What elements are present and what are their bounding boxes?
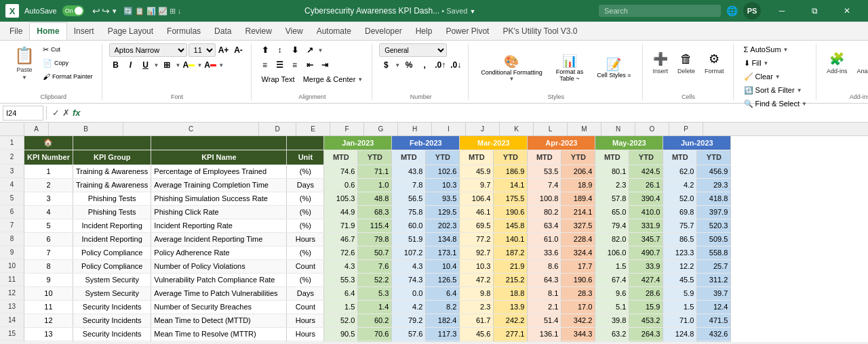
cell-b5[interactable]: Phishing Tests: [73, 192, 151, 205]
cell-e5[interactable]: 105.3: [324, 192, 358, 205]
cell-k13[interactable]: 2.1: [528, 300, 561, 314]
cell-m7[interactable]: 79.4: [595, 219, 629, 232]
cell-m6[interactable]: 65.0: [595, 205, 629, 219]
cell-j3[interactable]: 186.9: [494, 165, 528, 178]
cell-d6[interactable]: (%): [287, 205, 324, 219]
tab-developer[interactable]: Developer: [358, 22, 409, 40]
cell-g15[interactable]: 57.6: [392, 327, 426, 341]
cell-m9[interactable]: 106.0: [595, 246, 629, 259]
underline-btn[interactable]: U: [139, 58, 153, 72]
cell-g13[interactable]: 4.2: [392, 300, 426, 314]
cell-m5[interactable]: 57.8: [595, 192, 629, 205]
cell-p10[interactable]: 25.7: [697, 259, 731, 273]
cell-b11[interactable]: System Security: [73, 273, 151, 286]
italic-btn[interactable]: I: [124, 58, 138, 72]
cell-l16[interactable]: 241.1: [561, 341, 595, 342]
wrap-text-btn[interactable]: Wrap Text: [258, 73, 298, 85]
copy-btn[interactable]: 📄 Copy: [39, 57, 96, 69]
fill-arrow[interactable]: ▼: [764, 60, 769, 66]
cell-h5[interactable]: 93.5: [426, 192, 460, 205]
row-header-5[interactable]: 5: [0, 192, 24, 205]
cell-n13[interactable]: 15.9: [629, 300, 663, 314]
cell-m4[interactable]: 2.3: [595, 178, 629, 192]
select-arrow[interactable]: ▼: [802, 101, 807, 107]
cell-d15[interactable]: Hours: [287, 327, 324, 341]
cell-n12[interactable]: 28.6: [629, 286, 663, 300]
cell-f7[interactable]: 115.4: [358, 219, 392, 232]
cell-j14[interactable]: 242.2: [494, 314, 528, 327]
row-header-6[interactable]: 6: [0, 205, 24, 219]
cell-h7[interactable]: 202.3: [426, 219, 460, 232]
align-top-btn[interactable]: ⬆: [258, 43, 272, 57]
cell-e15[interactable]: 90.5: [324, 327, 358, 341]
paste-arrow[interactable]: ▼: [22, 74, 27, 81]
cell-i2[interactable]: MTD: [460, 150, 494, 165]
cell-d9[interactable]: (%): [287, 246, 324, 259]
align-left-btn[interactable]: ≡: [258, 58, 272, 72]
formula-fx-icon[interactable]: fx: [73, 108, 81, 118]
autosum-btn[interactable]: Σ AutoSum ▼: [741, 43, 792, 56]
cell-p7[interactable]: 520.3: [697, 219, 731, 232]
tab-help[interactable]: Help: [409, 22, 439, 40]
cell-i9[interactable]: 92.7: [460, 246, 494, 259]
cell-m12[interactable]: 9.6: [595, 286, 629, 300]
cell-n14[interactable]: 453.2: [629, 314, 663, 327]
cell-j16[interactable]: 377.7: [494, 341, 528, 342]
cell-g6[interactable]: 75.8: [392, 205, 426, 219]
cell-k6[interactable]: 80.2: [528, 205, 561, 219]
col-header-j[interactable]: J: [466, 123, 500, 135]
row-header-1[interactable]: 1: [0, 136, 24, 150]
cell-a16[interactable]: 14: [24, 341, 73, 342]
cell-k7[interactable]: 63.4: [528, 219, 561, 232]
cell-k8[interactable]: 61.0: [528, 232, 561, 246]
cell-i4[interactable]: 9.7: [460, 178, 494, 192]
cell-b8[interactable]: Incident Reporting: [73, 232, 151, 246]
tab-formulas[interactable]: Formulas: [160, 22, 208, 40]
cell-c5[interactable]: Phishing Simulation Success Rate: [151, 192, 287, 205]
col-header-f[interactable]: F: [330, 123, 364, 135]
cell-j10[interactable]: 21.9: [494, 259, 528, 273]
cell-l9[interactable]: 324.4: [561, 246, 595, 259]
decrease-font-btn[interactable]: A-: [232, 43, 245, 57]
font-size-select[interactable]: 11: [189, 43, 216, 57]
cell-m10[interactable]: 1.5: [595, 259, 629, 273]
cell-j15[interactable]: 277.1: [494, 327, 528, 341]
cell-f13[interactable]: 1.4: [358, 300, 392, 314]
cell-d7[interactable]: (%): [287, 219, 324, 232]
cell-e13[interactable]: 1.5: [324, 300, 358, 314]
restore-btn[interactable]: ⧉: [799, 0, 830, 22]
cell-a7[interactable]: 5: [24, 219, 73, 232]
autosave-toggle[interactable]: On: [62, 5, 84, 16]
cell-ij1[interactable]: Mar-2023: [460, 136, 528, 150]
cell-j4[interactable]: 14.1: [494, 178, 528, 192]
col-header-b[interactable]: B: [49, 123, 123, 135]
currency-btn[interactable]: $: [379, 58, 393, 72]
cell-h8[interactable]: 134.8: [426, 232, 460, 246]
cell-o14[interactable]: 71.0: [663, 314, 697, 327]
cell-k15[interactable]: 136.1: [528, 327, 561, 341]
cell-p6[interactable]: 397.9: [697, 205, 731, 219]
cell-f11[interactable]: 52.2: [358, 273, 392, 286]
cell-h16[interactable]: 179.9: [426, 341, 460, 342]
align-bottom-btn[interactable]: ⬇: [288, 43, 302, 57]
cell-c3[interactable]: Percentage of Employees Trained: [151, 165, 287, 178]
cell-j7[interactable]: 145.8: [494, 219, 528, 232]
col-header-i[interactable]: I: [432, 123, 466, 135]
cell-m14[interactable]: 39.8: [595, 314, 629, 327]
cell-a11[interactable]: 9: [24, 273, 73, 286]
col-header-n[interactable]: N: [601, 123, 635, 135]
cell-f14[interactable]: 60.2: [358, 314, 392, 327]
cell-mn1[interactable]: May-2023: [595, 136, 663, 150]
sort-filter-arrow[interactable]: ▼: [797, 87, 802, 93]
cell-o6[interactable]: 69.8: [663, 205, 697, 219]
tab-file[interactable]: File: [3, 22, 29, 40]
cell-e6[interactable]: 44.9: [324, 205, 358, 219]
cell-k4[interactable]: 7.4: [528, 178, 561, 192]
cell-f9[interactable]: 50.7: [358, 246, 392, 259]
cut-btn[interactable]: ✂ Cut: [39, 43, 96, 56]
cell-b16[interactable]: Risk Management: [73, 341, 151, 342]
minimize-btn[interactable]: ─: [766, 0, 797, 22]
border-btn[interactable]: ⊞: [160, 58, 174, 72]
percent-btn[interactable]: %: [402, 58, 416, 72]
fill-color-btn[interactable]: A: [182, 58, 195, 72]
